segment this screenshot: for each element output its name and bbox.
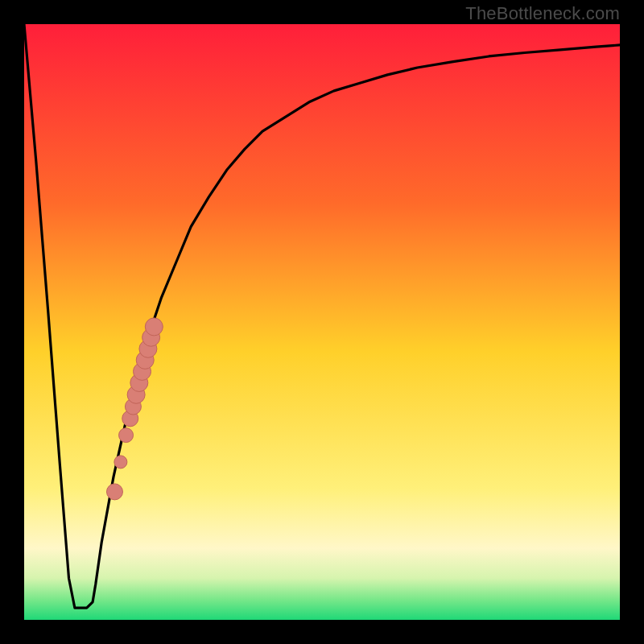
- data-marker: [119, 428, 134, 443]
- attribution-text: TheBottleneck.com: [465, 3, 620, 24]
- plot-area: [24, 24, 620, 620]
- chart-svg: [24, 24, 620, 620]
- data-marker: [145, 318, 163, 336]
- chart-frame: TheBottleneck.com: [0, 0, 644, 644]
- data-marker: [106, 484, 122, 500]
- data-marker: [114, 456, 127, 469]
- gradient-background: [24, 24, 620, 620]
